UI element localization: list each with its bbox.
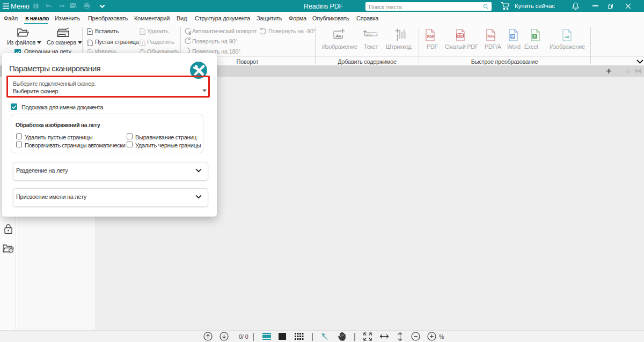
svg-text:W: W: [511, 34, 515, 38]
svg-text:X: X: [533, 34, 536, 38]
svg-text:PDF/A: PDF/A: [488, 35, 495, 38]
svg-text:PDF: PDF: [427, 35, 434, 39]
svg-text:abc: abc: [366, 32, 372, 37]
svg-text:PDF: PDF: [457, 34, 464, 38]
